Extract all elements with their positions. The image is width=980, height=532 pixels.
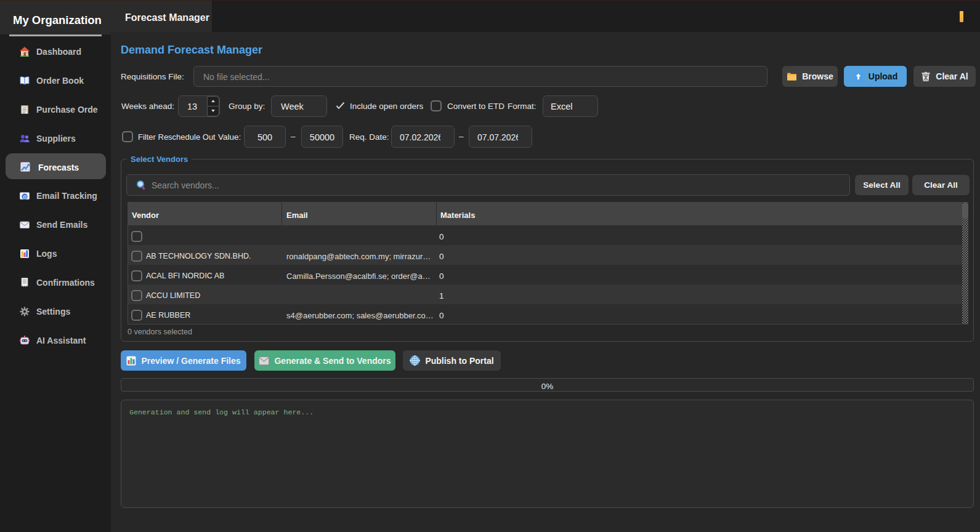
svg-text:@: @ [22,195,26,199]
